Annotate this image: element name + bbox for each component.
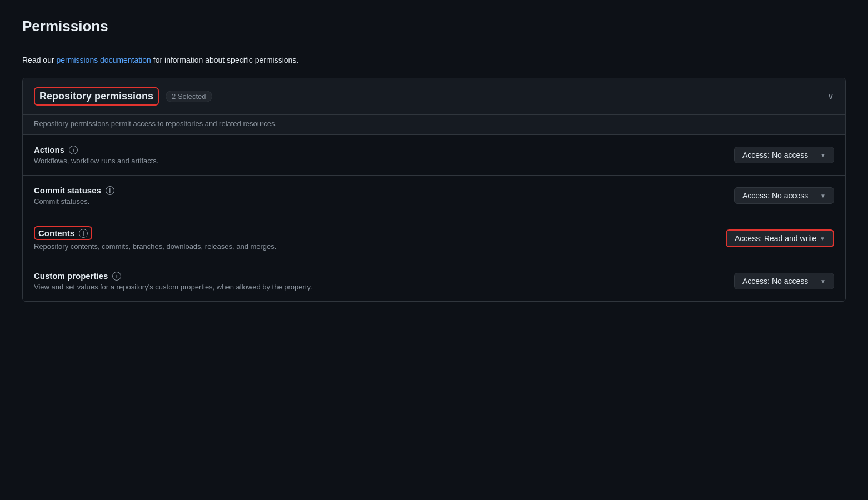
permission-desc-custom-properties: View and set values for a repository's c…	[34, 283, 312, 291]
intro-after-link: for information about specific permissio…	[153, 56, 298, 64]
dropdown-arrow-actions: ▼	[820, 152, 826, 158]
repository-permissions-title: Repository permissions	[34, 87, 159, 106]
permission-left-custom-properties: Custom properties i View and set values …	[34, 271, 312, 291]
page-container: Permissions Read our permissions documen…	[0, 0, 868, 319]
header-left: Repository permissions 2 Selected	[34, 87, 212, 106]
permissions-doc-link[interactable]: permissions documentation	[56, 56, 151, 64]
permission-left-actions: Actions i Workflows, workflow runs and a…	[34, 145, 158, 165]
info-icon-actions[interactable]: i	[69, 146, 78, 154]
permission-desc-actions: Workflows, workflow runs and artifacts.	[34, 157, 158, 165]
info-icon-custom-properties[interactable]: i	[112, 272, 121, 281]
access-dropdown-commit-statuses[interactable]: Access: No access ▼	[734, 187, 834, 204]
intro-before-link: Read our	[22, 56, 56, 64]
repository-permissions-desc: Repository permissions permit access to …	[23, 115, 845, 135]
permission-name-commit-statuses: Commit statuses i	[34, 186, 114, 195]
permission-row-commit-statuses: Commit statuses i Commit statuses. Acces…	[23, 176, 845, 216]
repository-permissions-header[interactable]: Repository permissions 2 Selected ∨	[23, 78, 845, 115]
permission-row-actions: Actions i Workflows, workflow runs and a…	[23, 135, 845, 176]
permission-row-contents: Contents i Repository contents, commits,…	[23, 216, 845, 261]
permission-desc-commit-statuses: Commit statuses.	[34, 197, 114, 206]
selected-badge: 2 Selected	[166, 91, 212, 102]
chevron-down-icon: ∨	[827, 91, 834, 102]
info-icon-commit-statuses[interactable]: i	[106, 186, 114, 195]
permission-name-custom-properties: Custom properties i	[34, 271, 312, 281]
page-title: Permissions	[22, 18, 846, 35]
permission-desc-contents: Repository contents, commits, branches, …	[34, 242, 276, 251]
access-dropdown-contents[interactable]: Access: Read and write ▼	[726, 229, 834, 247]
divider	[22, 44, 846, 44]
dropdown-arrow-custom-properties: ▼	[820, 278, 826, 284]
dropdown-arrow-commit-statuses: ▼	[820, 193, 826, 199]
repository-permissions-card: Repository permissions 2 Selected ∨ Repo…	[22, 78, 846, 302]
access-dropdown-custom-properties[interactable]: Access: No access ▼	[734, 273, 834, 289]
intro-text: Read our permissions documentation for i…	[22, 56, 846, 64]
permission-name-actions: Actions i	[34, 145, 158, 154]
access-dropdown-actions[interactable]: Access: No access ▼	[734, 147, 834, 163]
permission-name-contents: Contents i	[34, 226, 276, 240]
info-icon-contents[interactable]: i	[79, 229, 88, 238]
permission-left-commit-statuses: Commit statuses i Commit statuses.	[34, 186, 114, 206]
permission-row-custom-properties: Custom properties i View and set values …	[23, 261, 845, 301]
dropdown-arrow-contents: ▼	[820, 236, 825, 242]
permission-left-contents: Contents i Repository contents, commits,…	[34, 226, 276, 251]
